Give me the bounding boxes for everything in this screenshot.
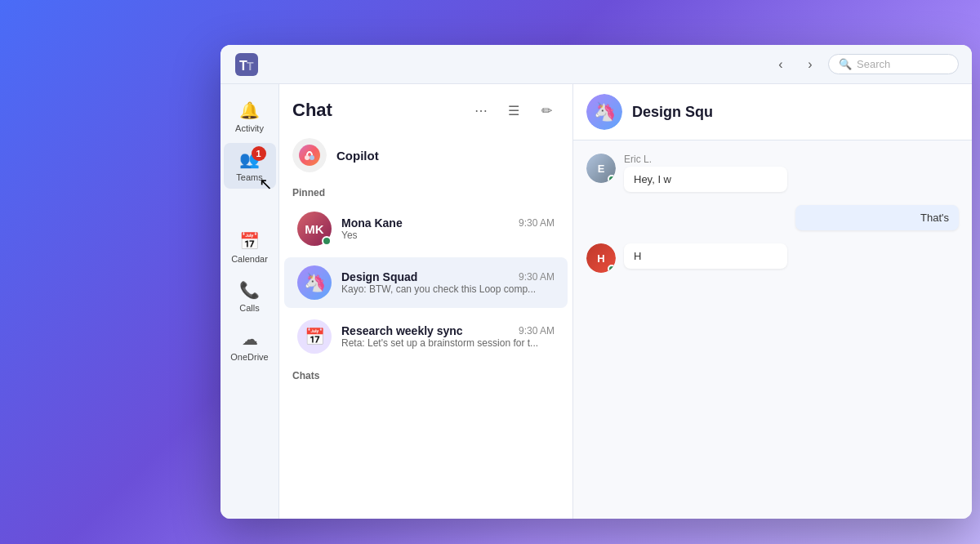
design-squad-chat-top: Design Squad 9:30 AM <box>341 270 555 283</box>
teams-window: T T ‹ › 🔍 Search 🔔 Activity 👥 Teams <box>220 45 972 519</box>
nav-arrows: ‹ › 🔍 Search <box>769 53 959 76</box>
message-row-2: That's <box>586 205 959 230</box>
right-panel-group-name: Design Squ <box>632 104 713 121</box>
msg-sender-1: Eric L. <box>624 154 959 165</box>
msg-bubble-3: H <box>624 243 787 269</box>
mona-chat-info: Mona Kane 9:30 AM Yes <box>341 216 555 241</box>
sidebar-item-calls[interactable]: 📞 Calls <box>224 274 276 319</box>
research-sync-avatar-wrap: 📅 <box>297 319 332 354</box>
teams-badge: 1 <box>252 146 266 161</box>
message-row-1: E Eric L. Hey, I w <box>586 154 959 192</box>
svg-text:T: T <box>247 60 254 73</box>
calendar-icon: 📅 <box>239 231 260 251</box>
right-panel-header: 🦄 Design Squ <box>573 84 972 140</box>
mona-chat-top: Mona Kane 9:30 AM <box>341 216 555 230</box>
right-panel-group-avatar: 🦄 <box>586 94 622 130</box>
mona-preview: Yes <box>341 230 555 241</box>
msg-bubble-1: Hey, I w <box>624 167 787 192</box>
svg-point-5 <box>310 155 314 160</box>
chat-item-mona[interactable]: MK Mona Kane 9:30 AM Yes <box>284 203 568 254</box>
chat-header: Chat ⋯ ☰ ✏ <box>279 84 572 130</box>
chat-title: Chat <box>292 100 332 121</box>
chat-item-research-sync[interactable]: 📅 Research weekly sync 9:30 AM Reta: Let… <box>284 311 568 362</box>
main-content: 🔔 Activity 👥 Teams 1 ↖ 📅 Calendar 📞 Call… <box>220 84 972 519</box>
design-squad-avatar-wrap: 🦄 <box>297 265 332 300</box>
message-row-3: H H <box>586 243 959 273</box>
copilot-item[interactable]: Copilot <box>279 130 572 181</box>
design-squad-chat-info: Design Squad 9:30 AM Kayo: BTW, can you … <box>341 270 555 295</box>
msg-status-1 <box>608 175 616 183</box>
mona-avatar-wrap: MK <box>297 212 332 246</box>
chat-item-design-squad[interactable]: 🦄 Design Squad 9:30 AM Kayo: BTW, can yo… <box>284 257 568 308</box>
forward-button[interactable]: › <box>799 53 822 76</box>
mona-status <box>322 236 332 246</box>
research-sync-chat-top: Research weekly sync 9:30 AM <box>341 324 555 337</box>
more-options-button[interactable]: ⋯ <box>468 97 494 123</box>
sidebar-item-teams-label: Teams <box>236 172 262 182</box>
chats-label: Chats <box>279 363 572 385</box>
teams-logo: T T <box>234 51 260 78</box>
msg-status-3 <box>608 265 616 273</box>
pinned-label: Pinned <box>279 181 572 202</box>
msg-avatar-3: H <box>586 243 616 273</box>
sidebar-item-calendar-label: Calendar <box>231 254 268 264</box>
design-squad-avatar: 🦄 <box>297 265 332 300</box>
search-bar[interactable]: 🔍 Search <box>828 54 959 74</box>
filter-button[interactable]: ☰ <box>501 97 527 123</box>
mona-name: Mona Kane <box>341 216 403 230</box>
msg-content-3: H <box>624 243 959 269</box>
svg-point-4 <box>305 155 310 160</box>
search-label: Search <box>857 58 890 70</box>
design-squad-preview: Kayo: BTW, can you check this Loop comp.… <box>341 283 555 295</box>
design-squad-time: 9:30 AM <box>519 271 555 283</box>
sidebar-item-activity[interactable]: 🔔 Activity <box>224 94 276 140</box>
onedrive-icon: ☁ <box>242 329 258 349</box>
sidebar-item-teams[interactable]: 👥 Teams 1 ↖ <box>224 143 276 189</box>
search-icon: 🔍 <box>839 58 852 70</box>
right-panel: 🦄 Design Squ E Eric L. Hey, I w <box>573 84 972 519</box>
right-panel-avatar: 🦄 <box>586 94 622 130</box>
titlebar: T T ‹ › 🔍 Search <box>220 45 972 84</box>
right-panel-messages: E Eric L. Hey, I w That's <box>573 140 972 519</box>
sidebar-item-calls-label: Calls <box>239 303 259 313</box>
research-sync-name: Research weekly sync <box>341 324 463 337</box>
compose-button[interactable]: ✏ <box>533 97 559 123</box>
research-sync-preview: Reta: Let's set up a brainstorm session … <box>341 337 555 349</box>
chat-actions: ⋯ ☰ ✏ <box>468 97 559 123</box>
msg-bubble-2: That's <box>795 205 959 230</box>
mona-time: 9:30 AM <box>519 217 555 229</box>
chat-panel: Chat ⋯ ☰ ✏ <box>279 84 573 519</box>
copilot-avatar <box>292 138 327 172</box>
activity-icon: 🔔 <box>239 100 260 120</box>
research-sync-chat-info: Research weekly sync 9:30 AM Reta: Let's… <box>341 324 555 349</box>
msg-content-2: That's <box>586 205 959 230</box>
msg-avatar-1: E <box>586 154 616 183</box>
msg-content-1: Eric L. Hey, I w <box>624 154 959 192</box>
sidebar-item-activity-label: Activity <box>235 123 264 133</box>
sidebar: 🔔 Activity 👥 Teams 1 ↖ 📅 Calendar 📞 Call… <box>220 84 279 519</box>
research-sync-avatar: 📅 <box>297 319 332 354</box>
research-sync-time: 9:30 AM <box>519 325 555 337</box>
back-button[interactable]: ‹ <box>769 53 792 76</box>
sidebar-item-calendar[interactable]: 📅 Calendar <box>224 225 276 270</box>
design-squad-name: Design Squad <box>341 270 417 283</box>
sidebar-item-onedrive[interactable]: ☁ OneDrive <box>224 323 276 368</box>
sidebar-item-onedrive-label: OneDrive <box>230 352 268 362</box>
calls-icon: 📞 <box>239 280 260 300</box>
copilot-name: Copilot <box>336 149 379 163</box>
